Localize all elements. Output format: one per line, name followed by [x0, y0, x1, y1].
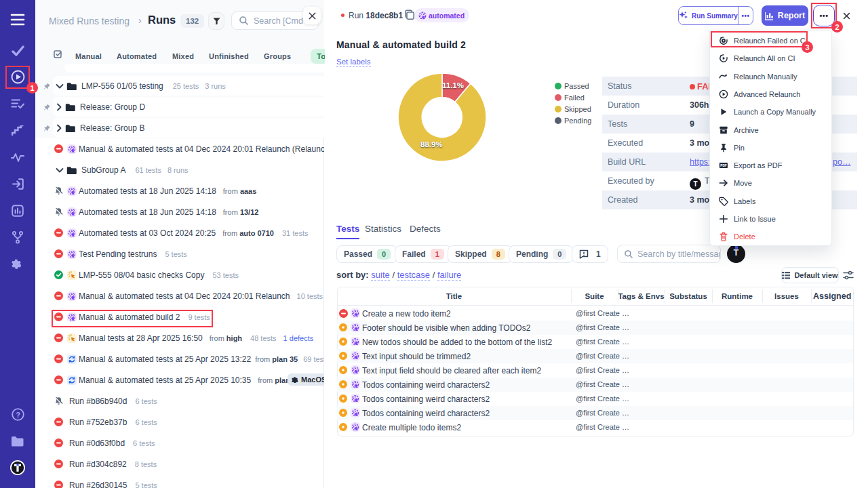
svg-text:?: ?: [16, 411, 20, 419]
svg-text:PDF: PDF: [720, 164, 727, 167]
